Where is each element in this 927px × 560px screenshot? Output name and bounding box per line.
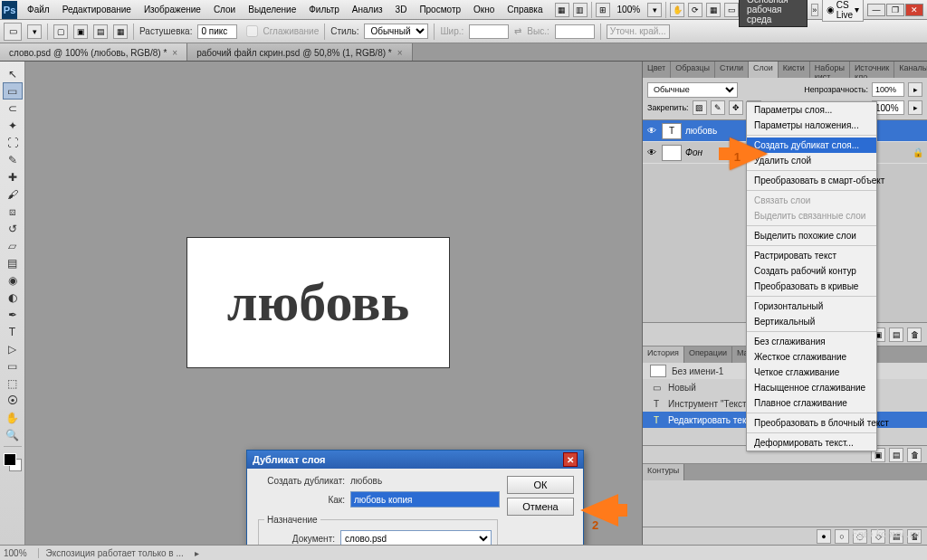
3d-camera-tool[interactable]: ⦿ (3, 392, 23, 409)
status-zoom[interactable]: 100% (4, 548, 27, 558)
style-select[interactable]: Обычный (364, 24, 428, 39)
context-menu-item[interactable]: Преобразовать в смарт-объект (747, 173, 876, 188)
feather-input[interactable] (197, 24, 237, 39)
selection-subtract-icon[interactable]: ▤ (93, 24, 108, 39)
zoom-dropdown-icon[interactable]: ▾ (647, 3, 662, 17)
zoom-tool[interactable]: 🔍 (3, 426, 23, 443)
context-menu-item[interactable]: Без сглаживания (747, 334, 876, 349)
document-canvas[interactable]: любовь (186, 237, 450, 368)
document-tab[interactable]: рабочий файл скрин.psd @ 50,8% (1, RGB/8… (187, 43, 412, 61)
panel-tab[interactable]: Кисти (779, 62, 810, 78)
context-menu-item[interactable]: Насыщенное сглаживание (747, 380, 876, 395)
new-snapshot-icon[interactable]: ▤ (889, 448, 903, 462)
zoom-level[interactable]: 100% (614, 5, 645, 14)
context-menu-item[interactable]: Выделить похожие слои (747, 228, 876, 243)
panel-tab-layers[interactable]: Слои (749, 62, 779, 78)
as-input[interactable] (350, 491, 500, 508)
shape-tool[interactable]: ▭ (3, 357, 23, 375)
context-menu-item[interactable]: Жесткое сглаживание (747, 349, 876, 365)
menu-filter[interactable]: Фильтр (302, 2, 346, 17)
opacity-input[interactable] (872, 82, 904, 97)
dodge-tool[interactable]: ◐ (3, 289, 23, 306)
stroke-path-icon[interactable]: ○ (835, 529, 849, 544)
3d-tool[interactable]: ⬚ (3, 375, 23, 392)
close-button[interactable]: ✕ (905, 4, 923, 16)
tab-close-icon[interactable]: × (172, 48, 177, 58)
new-layer-icon[interactable]: ▤ (889, 327, 903, 342)
blend-mode-select[interactable]: Обычные (647, 82, 738, 98)
eraser-tool[interactable]: ▱ (3, 237, 23, 254)
visibility-toggle-icon[interactable]: 👁 (645, 147, 658, 159)
context-menu-item[interactable]: Вертикальный (747, 314, 876, 329)
menu-edit[interactable]: Редактирование (56, 2, 138, 17)
cs-live-button[interactable]: ◉ CS Live ▾ (822, 0, 864, 22)
menu-view[interactable]: Просмотр (413, 2, 467, 17)
maximize-button[interactable]: ❐ (886, 4, 904, 16)
tab-close-icon[interactable]: × (397, 48, 403, 58)
healing-tool[interactable]: ✚ (3, 168, 23, 185)
history-brush-tool[interactable]: ↺ (3, 220, 23, 237)
status-info[interactable]: Экспозиция работает только в ... (38, 548, 184, 558)
panel-tab[interactable]: Стили (715, 62, 749, 78)
menu-file[interactable]: Файл (21, 2, 56, 17)
fill-path-icon[interactable]: ● (817, 529, 831, 544)
menu-3d[interactable]: 3D (389, 2, 414, 17)
tool-preset-dropdown-icon[interactable]: ▾ (27, 24, 42, 39)
status-dropdown-icon[interactable]: ▸ (195, 548, 199, 558)
screen-mode-icon[interactable]: ▭ (724, 3, 739, 17)
current-tool-icon[interactable]: ▭ (4, 23, 22, 41)
context-menu-item[interactable]: Преобразовать в кривые (747, 279, 876, 294)
panel-tab[interactable]: Каналы (894, 62, 927, 78)
gradient-tool[interactable]: ▤ (3, 254, 23, 271)
crop-tool[interactable]: ⛶ (3, 134, 23, 151)
lock-pixels-icon[interactable]: ✎ (711, 100, 725, 115)
context-menu-item[interactable]: Деформировать текст... (747, 435, 876, 451)
path-tool[interactable]: ▷ (3, 340, 23, 357)
selection-intersect-icon[interactable]: ▦ (113, 24, 128, 39)
eyedropper-tool[interactable]: ✎ (3, 151, 23, 168)
lasso-tool[interactable]: ⊂ (3, 100, 23, 117)
ok-button[interactable]: ОК (507, 476, 574, 494)
workspace-switcher[interactable]: Основная рабочая среда (739, 0, 808, 27)
panel-tab[interactable]: Цвет (643, 62, 671, 78)
menu-select[interactable]: Выделение (242, 2, 302, 17)
menu-image[interactable]: Изображение (138, 2, 207, 17)
delete-state-icon[interactable]: 🗑 (907, 448, 922, 462)
history-tab[interactable]: История (643, 346, 684, 363)
delete-icon[interactable]: 🗑 (907, 327, 922, 342)
context-menu-item[interactable]: Горизонтальный (747, 299, 876, 314)
bridge-icon[interactable]: ▦ (555, 3, 569, 17)
minimize-button[interactable]: — (867, 4, 885, 16)
layer-thumbnail[interactable]: T (662, 123, 682, 139)
rotate-icon[interactable]: ⟳ (688, 3, 702, 17)
extras-icon[interactable]: ⊞ (596, 3, 610, 17)
selection-new-icon[interactable]: ▢ (53, 24, 68, 39)
wand-tool[interactable]: ✦ (3, 117, 23, 134)
context-menu-item[interactable]: Параметры слоя... (747, 102, 876, 118)
layer-thumbnail[interactable] (662, 145, 682, 161)
context-menu-item[interactable]: Преобразовать в блочный текст (747, 415, 876, 431)
lock-transparency-icon[interactable]: ▨ (693, 100, 707, 115)
hand-tool[interactable]: ✋ (3, 409, 23, 426)
actions-tab[interactable]: Операции (684, 346, 732, 363)
menu-analysis[interactable]: Анализ (346, 2, 389, 17)
arrange-icon[interactable]: ▦ (706, 3, 721, 17)
marquee-tool[interactable]: ▭ (3, 82, 23, 100)
context-menu-item[interactable]: Параметры наложения... (747, 118, 876, 133)
dialog-close-button[interactable]: ✕ (563, 452, 578, 467)
workspace-next-icon[interactable]: » (811, 4, 818, 16)
type-tool[interactable]: T (3, 323, 23, 340)
stamp-tool[interactable]: ⧇ (3, 203, 23, 220)
color-swatch[interactable] (4, 453, 22, 471)
canvas-area[interactable]: любовь Дубликат слоя ✕ Создать дубликат:… (25, 62, 642, 545)
move-tool[interactable]: ↖ (3, 65, 23, 82)
dialog-title-bar[interactable]: Дубликат слоя ✕ (247, 451, 583, 469)
lock-position-icon[interactable]: ✥ (729, 100, 743, 115)
panel-tab[interactable]: Наборы кист (810, 62, 850, 78)
context-menu-item[interactable]: Создать рабочий контур (747, 263, 876, 279)
document-tab[interactable]: слово.psd @ 100% (любовь, RGB/8) * × (0, 43, 187, 61)
blur-tool[interactable]: ◉ (3, 271, 23, 289)
hand-icon[interactable]: ✋ (670, 3, 684, 17)
panel-tab[interactable]: Образцы (671, 62, 715, 78)
visibility-toggle-icon[interactable]: 👁 (645, 125, 658, 138)
